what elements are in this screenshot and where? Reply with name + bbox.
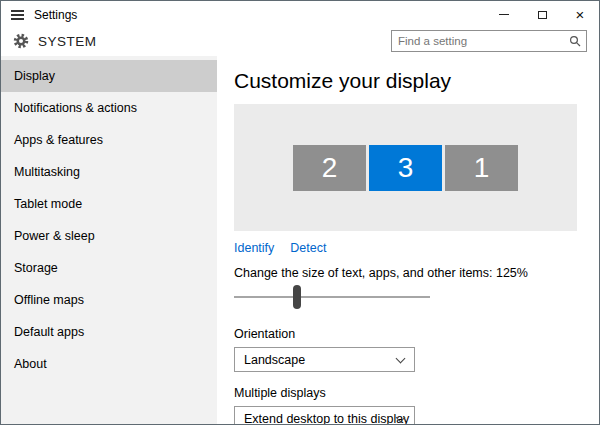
minimize-icon [499,14,509,15]
search-box [391,30,587,52]
search-input[interactable] [392,35,564,47]
multiple-displays-dropdown[interactable]: Extend desktop to this display [234,406,415,424]
multiple-displays-label: Multiple displays [234,386,577,401]
section-heading: Customize your display [234,69,577,93]
maximize-button[interactable] [523,1,561,28]
page-title: SYSTEM [38,34,97,49]
window-controls: × [485,1,599,28]
orientation-value: Landscape [244,353,305,367]
preview-actions: Identify Detect [234,241,577,256]
scale-label: Change the size of text, apps, and other… [234,266,577,281]
slider-track[interactable] [234,296,430,298]
header: SYSTEM [1,28,599,56]
body: Display Notifications & actions Apps & f… [1,56,599,424]
sidebar-item-apps-features[interactable]: Apps & features [1,124,217,156]
window-title: Settings [34,8,77,22]
orientation-label: Orientation [234,327,577,342]
hamburger-menu-icon[interactable] [11,10,24,20]
monitor-3[interactable]: 3 [369,145,442,191]
sidebar-item-display[interactable]: Display [1,60,217,92]
sidebar-item-default-apps[interactable]: Default apps [1,316,217,348]
titlebar: Settings × [1,1,599,28]
monitor-1[interactable]: 1 [445,145,518,191]
maximize-icon [538,11,547,19]
minimize-button[interactable] [485,1,523,28]
orientation-dropdown[interactable]: Landscape [234,347,415,372]
multiple-displays-value: Extend desktop to this display [244,412,409,424]
close-icon: × [576,7,585,22]
gear-icon [13,33,29,49]
display-arrangement-preview: 2 3 1 [234,104,577,231]
identify-link[interactable]: Identify [234,241,274,256]
monitor-2[interactable]: 2 [293,145,366,191]
close-button[interactable]: × [561,1,599,28]
sidebar: Display Notifications & actions Apps & f… [1,56,217,424]
scale-slider[interactable] [234,285,430,309]
sidebar-item-multitasking[interactable]: Multitasking [1,156,217,188]
sidebar-item-about[interactable]: About [1,348,217,380]
sidebar-item-tablet-mode[interactable]: Tablet mode [1,188,217,220]
sidebar-item-offline-maps[interactable]: Offline maps [1,284,217,316]
settings-window: Settings × SYSTEM [0,0,600,425]
detect-link[interactable]: Detect [290,241,326,256]
main-content: Customize your display 2 3 1 Identify De… [217,56,599,424]
sidebar-item-notifications-actions[interactable]: Notifications & actions [1,92,217,124]
sidebar-item-storage[interactable]: Storage [1,252,217,284]
search-icon[interactable] [564,35,586,47]
chevron-down-icon [396,354,406,364]
sidebar-item-power-sleep[interactable]: Power & sleep [1,220,217,252]
slider-thumb[interactable] [293,285,301,309]
